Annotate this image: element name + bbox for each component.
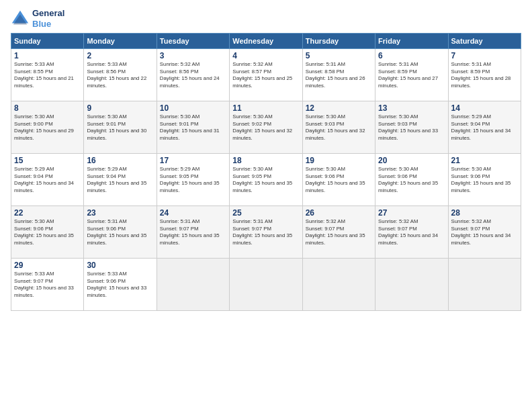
logo-icon xyxy=(11,9,30,28)
calendar-week-row: 15Sunrise: 5:29 AMSunset: 9:04 PMDayligh… xyxy=(11,154,521,206)
calendar-cell: 4Sunrise: 5:32 AMSunset: 8:57 PMDaylight… xyxy=(230,49,302,101)
day-info: Sunrise: 5:33 AMSunset: 9:07 PMDaylight:… xyxy=(14,271,81,299)
day-info: Sunrise: 5:30 AMSunset: 9:01 PMDaylight:… xyxy=(160,113,226,142)
col-header-tuesday: Tuesday xyxy=(157,34,229,49)
day-info: Sunrise: 5:31 AMSunset: 8:59 PMDaylight:… xyxy=(451,61,518,89)
day-info: Sunrise: 5:31 AMSunset: 9:07 PMDaylight:… xyxy=(160,218,226,246)
day-number: 19 xyxy=(306,156,372,165)
day-number: 22 xyxy=(14,208,81,218)
day-number: 13 xyxy=(378,103,445,113)
day-number: 18 xyxy=(232,156,299,165)
calendar-cell: 8Sunrise: 5:30 AMSunset: 9:00 PMDaylight… xyxy=(11,101,84,154)
day-info: Sunrise: 5:30 AMSunset: 9:05 PMDaylight:… xyxy=(232,166,299,194)
day-info: Sunrise: 5:30 AMSunset: 9:01 PMDaylight:… xyxy=(87,113,153,142)
day-info: Sunrise: 5:30 AMSunset: 9:00 PMDaylight:… xyxy=(14,113,81,142)
calendar-cell: 12Sunrise: 5:30 AMSunset: 9:03 PMDayligh… xyxy=(302,101,375,154)
day-number: 6 xyxy=(378,51,445,60)
calendar-week-row: 29Sunrise: 5:33 AMSunset: 9:07 PMDayligh… xyxy=(11,259,521,311)
day-number: 2 xyxy=(87,51,153,60)
day-number: 4 xyxy=(232,51,299,60)
col-header-saturday: Saturday xyxy=(448,34,521,49)
day-info: Sunrise: 5:30 AMSunset: 9:02 PMDaylight:… xyxy=(232,113,299,142)
calendar-page: General Blue SundayMondayTuesdayWednesda… xyxy=(0,0,532,411)
calendar-cell: 24Sunrise: 5:31 AMSunset: 9:07 PMDayligh… xyxy=(157,206,229,259)
col-header-monday: Monday xyxy=(84,34,157,49)
day-number: 12 xyxy=(306,103,372,113)
calendar-cell: 6Sunrise: 5:31 AMSunset: 8:59 PMDaylight… xyxy=(375,49,448,101)
day-info: Sunrise: 5:30 AMSunset: 9:06 PMDaylight:… xyxy=(378,166,445,194)
calendar-cell: 28Sunrise: 5:32 AMSunset: 9:07 PMDayligh… xyxy=(448,206,521,259)
calendar-cell xyxy=(302,259,375,311)
day-number: 21 xyxy=(451,156,518,165)
day-number: 28 xyxy=(451,208,518,218)
day-number: 27 xyxy=(378,208,445,218)
day-number: 29 xyxy=(14,261,81,270)
calendar-cell: 5Sunrise: 5:31 AMSunset: 8:58 PMDaylight… xyxy=(302,49,375,101)
day-number: 16 xyxy=(87,156,153,165)
calendar-cell: 17Sunrise: 5:29 AMSunset: 9:05 PMDayligh… xyxy=(157,154,229,206)
col-header-wednesday: Wednesday xyxy=(230,34,302,49)
col-header-friday: Friday xyxy=(375,34,448,49)
day-number: 5 xyxy=(306,51,372,60)
day-number: 3 xyxy=(160,51,226,60)
logo-text: General Blue xyxy=(32,8,64,29)
calendar-cell: 16Sunrise: 5:29 AMSunset: 9:04 PMDayligh… xyxy=(84,154,157,206)
calendar-cell: 22Sunrise: 5:30 AMSunset: 9:06 PMDayligh… xyxy=(11,206,84,259)
calendar-table: SundayMondayTuesdayWednesdayThursdayFrid… xyxy=(11,33,521,311)
calendar-cell: 11Sunrise: 5:30 AMSunset: 9:02 PMDayligh… xyxy=(230,101,302,154)
calendar-cell: 14Sunrise: 5:29 AMSunset: 9:04 PMDayligh… xyxy=(448,101,521,154)
calendar-cell: 27Sunrise: 5:32 AMSunset: 9:07 PMDayligh… xyxy=(375,206,448,259)
day-number: 17 xyxy=(160,156,226,165)
day-info: Sunrise: 5:32 AMSunset: 8:56 PMDaylight:… xyxy=(160,61,226,89)
calendar-cell: 25Sunrise: 5:31 AMSunset: 9:07 PMDayligh… xyxy=(230,206,302,259)
calendar-cell: 3Sunrise: 5:32 AMSunset: 8:56 PMDaylight… xyxy=(157,49,229,101)
calendar-cell: 10Sunrise: 5:30 AMSunset: 9:01 PMDayligh… xyxy=(157,101,229,154)
calendar-cell: 29Sunrise: 5:33 AMSunset: 9:07 PMDayligh… xyxy=(11,259,84,311)
calendar-cell: 23Sunrise: 5:31 AMSunset: 9:06 PMDayligh… xyxy=(84,206,157,259)
day-number: 8 xyxy=(14,103,81,113)
day-info: Sunrise: 5:30 AMSunset: 9:06 PMDaylight:… xyxy=(14,218,81,246)
calendar-cell: 2Sunrise: 5:33 AMSunset: 8:56 PMDaylight… xyxy=(84,49,157,101)
day-info: Sunrise: 5:30 AMSunset: 9:06 PMDaylight:… xyxy=(451,166,518,194)
calendar-cell xyxy=(230,259,302,311)
calendar-cell: 9Sunrise: 5:30 AMSunset: 9:01 PMDaylight… xyxy=(84,101,157,154)
day-number: 20 xyxy=(378,156,445,165)
day-info: Sunrise: 5:31 AMSunset: 8:58 PMDaylight:… xyxy=(306,61,372,89)
day-info: Sunrise: 5:32 AMSunset: 8:57 PMDaylight:… xyxy=(232,61,299,89)
header: General Blue xyxy=(11,8,521,29)
day-number: 10 xyxy=(160,103,226,113)
calendar-header-row: SundayMondayTuesdayWednesdayThursdayFrid… xyxy=(11,34,521,49)
calendar-week-row: 8Sunrise: 5:30 AMSunset: 9:00 PMDaylight… xyxy=(11,101,521,154)
day-number: 30 xyxy=(87,261,153,270)
calendar-cell xyxy=(448,259,521,311)
day-info: Sunrise: 5:31 AMSunset: 8:59 PMDaylight:… xyxy=(378,61,445,89)
calendar-cell xyxy=(375,259,448,311)
calendar-cell: 30Sunrise: 5:33 AMSunset: 9:06 PMDayligh… xyxy=(84,259,157,311)
day-info: Sunrise: 5:29 AMSunset: 9:04 PMDaylight:… xyxy=(14,166,81,194)
day-info: Sunrise: 5:33 AMSunset: 8:56 PMDaylight:… xyxy=(87,61,153,89)
day-info: Sunrise: 5:32 AMSunset: 9:07 PMDaylight:… xyxy=(451,218,518,246)
day-info: Sunrise: 5:30 AMSunset: 9:06 PMDaylight:… xyxy=(306,166,372,194)
calendar-week-row: 22Sunrise: 5:30 AMSunset: 9:06 PMDayligh… xyxy=(11,206,521,259)
calendar-cell xyxy=(157,259,229,311)
day-info: Sunrise: 5:33 AMSunset: 8:55 PMDaylight:… xyxy=(14,61,81,89)
day-number: 23 xyxy=(87,208,153,218)
calendar-cell: 1Sunrise: 5:33 AMSunset: 8:55 PMDaylight… xyxy=(11,49,84,101)
calendar-week-row: 1Sunrise: 5:33 AMSunset: 8:55 PMDaylight… xyxy=(11,49,521,101)
calendar-cell: 20Sunrise: 5:30 AMSunset: 9:06 PMDayligh… xyxy=(375,154,448,206)
logo: General Blue xyxy=(11,8,64,29)
day-info: Sunrise: 5:31 AMSunset: 9:07 PMDaylight:… xyxy=(232,218,299,246)
col-header-sunday: Sunday xyxy=(11,34,84,49)
day-info: Sunrise: 5:31 AMSunset: 9:06 PMDaylight:… xyxy=(87,218,153,246)
calendar-cell: 15Sunrise: 5:29 AMSunset: 9:04 PMDayligh… xyxy=(11,154,84,206)
day-number: 25 xyxy=(232,208,299,218)
calendar-cell: 26Sunrise: 5:32 AMSunset: 9:07 PMDayligh… xyxy=(302,206,375,259)
day-info: Sunrise: 5:32 AMSunset: 9:07 PMDaylight:… xyxy=(378,218,445,246)
day-info: Sunrise: 5:30 AMSunset: 9:03 PMDaylight:… xyxy=(378,113,445,142)
day-number: 11 xyxy=(232,103,299,113)
day-info: Sunrise: 5:33 AMSunset: 9:06 PMDaylight:… xyxy=(87,271,153,299)
calendar-cell: 19Sunrise: 5:30 AMSunset: 9:06 PMDayligh… xyxy=(302,154,375,206)
calendar-cell: 18Sunrise: 5:30 AMSunset: 9:05 PMDayligh… xyxy=(230,154,302,206)
calendar-cell: 13Sunrise: 5:30 AMSunset: 9:03 PMDayligh… xyxy=(375,101,448,154)
day-info: Sunrise: 5:29 AMSunset: 9:04 PMDaylight:… xyxy=(451,113,518,142)
